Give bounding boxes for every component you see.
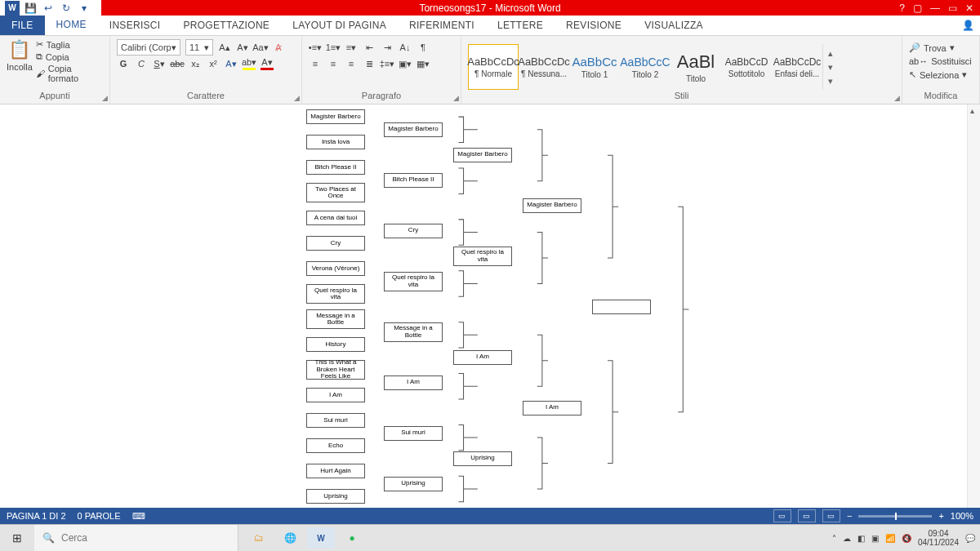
zoom-slider[interactable] bbox=[858, 515, 932, 518]
bracket-node: Magister Barbero bbox=[453, 148, 512, 162]
select-button[interactable]: ↖Seleziona▾ bbox=[909, 69, 973, 80]
bold-button[interactable]: G bbox=[117, 57, 130, 70]
word-taskbar-icon[interactable]: W bbox=[307, 527, 335, 549]
superscript-button[interactable]: x² bbox=[207, 57, 220, 70]
bracket-node: Bitch Please II bbox=[306, 160, 365, 175]
style-item[interactable]: AaBbCcDc¶ Nessuna... bbox=[519, 44, 569, 90]
tray-icon[interactable]: ▣ bbox=[871, 534, 879, 543]
close-button[interactable]: ✕ bbox=[965, 2, 973, 14]
subscript-button[interactable]: x₂ bbox=[189, 57, 202, 70]
scroll-up-icon[interactable]: ▴ bbox=[970, 106, 974, 115]
read-mode-button[interactable]: ▭ bbox=[773, 509, 791, 522]
shrink-font-button[interactable]: A▾ bbox=[236, 41, 249, 54]
tab-file[interactable]: FILE bbox=[0, 16, 45, 35]
tray-icon[interactable]: ◧ bbox=[858, 534, 865, 543]
align-right-button[interactable]: ≡ bbox=[345, 57, 358, 70]
taskbar-search[interactable]: 🔍 Cerca bbox=[34, 525, 238, 551]
document-area[interactable]: Magister BarberoInsta lovaBitch Please I… bbox=[0, 104, 980, 524]
clear-format-button[interactable]: A̷ bbox=[272, 41, 285, 54]
font-size-combo[interactable]: 11▾ bbox=[185, 39, 213, 56]
chrome-icon[interactable]: 🌐 bbox=[276, 527, 304, 549]
tab-insert[interactable]: INSERISCI bbox=[98, 16, 172, 35]
qat-customize-icon[interactable]: ▾ bbox=[77, 1, 91, 16]
zoom-in-button[interactable]: + bbox=[938, 511, 943, 521]
help-button[interactable]: ? bbox=[899, 2, 905, 14]
account-icon[interactable]: 👤 bbox=[956, 16, 980, 35]
dialog-launcher-icon[interactable]: ◢ bbox=[894, 94, 900, 102]
multilevel-button[interactable]: ≡▾ bbox=[345, 41, 358, 54]
tray-chevron-icon[interactable]: ˄ bbox=[832, 534, 836, 543]
style-item[interactable]: AaBbCcDcEnfasi deli... bbox=[772, 44, 822, 90]
align-center-button[interactable]: ≡ bbox=[327, 57, 340, 70]
onedrive-icon[interactable]: ☁ bbox=[843, 534, 851, 543]
minimize-button[interactable]: — bbox=[930, 2, 940, 14]
align-left-button[interactable]: ≡ bbox=[309, 57, 322, 70]
strike-button[interactable]: abc bbox=[171, 57, 184, 70]
style-item[interactable]: AaBbCcDc¶ Normale bbox=[468, 44, 519, 90]
tab-design[interactable]: PROGETTAZIONE bbox=[172, 16, 281, 35]
tab-mailings[interactable]: LETTERE bbox=[486, 16, 555, 35]
sort-button[interactable]: A↓ bbox=[399, 41, 412, 54]
italic-button[interactable]: C bbox=[135, 57, 148, 70]
web-layout-button[interactable]: ▭ bbox=[822, 509, 840, 522]
group-clipboard: 📋 Incolla ✂Taglia ⧉Copia 🖌Copia formato … bbox=[0, 36, 110, 104]
style-item[interactable]: AaBbCcCTitolo 2 bbox=[620, 44, 670, 90]
increase-indent-button[interactable]: ⇥ bbox=[381, 41, 394, 54]
dialog-launcher-icon[interactable]: ◢ bbox=[294, 94, 300, 102]
undo-icon[interactable]: ↩ bbox=[41, 1, 56, 16]
clock[interactable]: 09:04 04/11/2024 bbox=[918, 529, 959, 547]
style-item[interactable]: AaBlTitolo bbox=[670, 44, 721, 90]
spotify-icon[interactable]: ● bbox=[338, 527, 366, 549]
start-button[interactable]: ⊞ bbox=[0, 525, 34, 551]
change-case-button[interactable]: Aa▾ bbox=[254, 41, 267, 54]
font-name-combo[interactable]: Calibri (Corp▾ bbox=[117, 39, 180, 56]
redo-icon[interactable]: ↻ bbox=[59, 1, 74, 16]
bracket-node: Uprising bbox=[453, 451, 512, 466]
tab-view[interactable]: VISUALIZZA bbox=[633, 16, 715, 35]
underline-button[interactable]: S▾ bbox=[153, 57, 166, 70]
bracket-node: Quel respiro la vita bbox=[453, 247, 512, 266]
language-icon[interactable]: ⌨ bbox=[132, 511, 145, 522]
tab-references[interactable]: RIFERIMENTI bbox=[398, 16, 486, 35]
decrease-indent-button[interactable]: ⇤ bbox=[363, 41, 376, 54]
style-item[interactable]: AaBbCcDSottotitolo bbox=[721, 44, 772, 90]
paste-button[interactable]: 📋 Incolla bbox=[7, 39, 33, 72]
format-painter-button[interactable]: 🖌Copia formato bbox=[36, 64, 103, 83]
vertical-scrollbar[interactable]: ▴ bbox=[967, 104, 980, 524]
notifications-icon[interactable]: 💬 bbox=[965, 534, 975, 543]
zoom-level[interactable]: 100% bbox=[951, 511, 973, 521]
page-indicator[interactable]: PAGINA 1 DI 2 bbox=[7, 511, 66, 521]
dialog-launcher-icon[interactable]: ◢ bbox=[102, 94, 108, 102]
styles-more-button[interactable]: ▴▾▾ bbox=[822, 44, 837, 90]
text-effects-button[interactable]: A▾ bbox=[225, 57, 238, 70]
zoom-out-button[interactable]: − bbox=[847, 511, 852, 521]
tab-review[interactable]: REVISIONE bbox=[555, 16, 633, 35]
justify-button[interactable]: ≣ bbox=[363, 57, 376, 70]
show-marks-button[interactable]: ¶ bbox=[416, 41, 430, 54]
word-count[interactable]: 0 PAROLE bbox=[78, 511, 121, 521]
tab-layout[interactable]: LAYOUT DI PAGINA bbox=[281, 16, 398, 35]
replace-button[interactable]: ab↔Sostituisci bbox=[909, 56, 973, 66]
tab-home[interactable]: HOME bbox=[45, 16, 98, 35]
font-color-button[interactable]: A▾ bbox=[261, 57, 274, 70]
shading-button[interactable]: ▣▾ bbox=[399, 57, 412, 70]
cut-button[interactable]: ✂Taglia bbox=[36, 39, 103, 50]
print-layout-button[interactable]: ▭ bbox=[798, 509, 816, 522]
file-explorer-icon[interactable]: 🗂 bbox=[245, 527, 273, 549]
find-button[interactable]: 🔎Trova▾ bbox=[909, 42, 973, 53]
borders-button[interactable]: ▦▾ bbox=[416, 57, 430, 70]
grow-font-button[interactable]: A▴ bbox=[218, 41, 231, 54]
save-icon[interactable]: 💾 bbox=[23, 1, 38, 16]
line-spacing-button[interactable]: ‡≡▾ bbox=[381, 57, 394, 70]
numbering-button[interactable]: 1≡▾ bbox=[327, 41, 340, 54]
volume-icon[interactable]: 🔇 bbox=[902, 534, 911, 543]
ribbon-display-button[interactable]: ▢ bbox=[913, 2, 922, 14]
bullets-button[interactable]: •≡▾ bbox=[309, 41, 322, 54]
wifi-icon[interactable]: 📶 bbox=[885, 534, 895, 543]
maximize-button[interactable]: ▭ bbox=[948, 2, 957, 14]
copy-button[interactable]: ⧉Copia bbox=[36, 51, 103, 62]
bracket-node: Bitch Please II bbox=[384, 173, 443, 188]
style-item[interactable]: AaBbCcTitolo 1 bbox=[569, 44, 620, 90]
dialog-launcher-icon[interactable]: ◢ bbox=[453, 94, 459, 102]
highlight-button[interactable]: ab▾ bbox=[243, 57, 256, 70]
